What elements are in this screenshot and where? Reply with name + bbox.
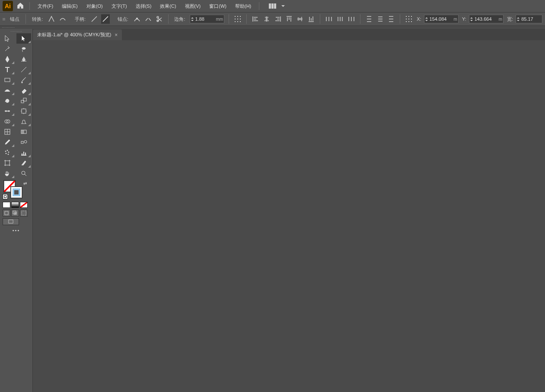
document-tab[interactable]: 未标题-1.ai* @ 400% (CMYK/预览) × <box>33 29 122 40</box>
default-fill-stroke-icon[interactable] <box>3 194 8 199</box>
mesh-tool[interactable] <box>0 127 15 137</box>
menu-select[interactable]: 选择(S) <box>133 1 154 11</box>
zoom-tool[interactable] <box>16 168 31 178</box>
gradient-mode-icon[interactable] <box>11 202 19 208</box>
align-left-icon[interactable] <box>251 14 260 24</box>
lasso-tool[interactable] <box>16 44 31 54</box>
w-input[interactable] <box>516 15 542 23</box>
draw-behind-icon[interactable] <box>11 210 19 217</box>
remove-anchor-icon[interactable] <box>133 14 141 24</box>
menu-window[interactable]: 窗口(W) <box>207 1 229 11</box>
connect-anchor-icon[interactable] <box>144 14 153 24</box>
align-right-icon[interactable] <box>274 14 282 24</box>
curvature-tool[interactable] <box>16 54 31 64</box>
column-graph-tool[interactable] <box>16 147 31 158</box>
distribute-v-center-icon[interactable] <box>376 14 385 24</box>
pen-tool[interactable] <box>0 54 15 64</box>
menu-view[interactable]: 视图(V) <box>182 1 204 11</box>
menu-text[interactable]: 文字(T) <box>109 1 130 11</box>
eyedropper-tool[interactable] <box>0 137 15 147</box>
magic-wand-tool[interactable] <box>0 44 15 54</box>
scale-tool[interactable] <box>16 96 31 106</box>
screen-mode-icon[interactable] <box>3 218 19 225</box>
menu-help[interactable]: 帮助(H) <box>233 1 254 11</box>
align-bottom-icon[interactable] <box>307 14 316 24</box>
spin-down-icon[interactable] <box>516 19 520 23</box>
x-input[interactable]: m <box>424 15 459 23</box>
eraser-tool[interactable] <box>16 85 31 96</box>
distribute-v-bottom-icon[interactable] <box>387 14 396 24</box>
spin-down-icon[interactable] <box>469 19 474 23</box>
shape-builder-tool[interactable] <box>0 116 15 127</box>
chevron-down-icon[interactable] <box>281 3 285 9</box>
reference-point-icon[interactable] <box>405 14 413 24</box>
direct-selection-tool[interactable] <box>16 33 31 44</box>
separator <box>360 14 360 24</box>
document-arrangement-icon[interactable] <box>269 3 276 9</box>
hand-tool[interactable] <box>0 168 15 178</box>
rectangle-tool[interactable] <box>0 75 15 85</box>
corner-radius-input[interactable]: mm <box>190 15 225 23</box>
hide-handles-icon[interactable] <box>101 14 110 24</box>
isolate-icon[interactable] <box>233 14 242 24</box>
x-unit: m <box>454 17 458 22</box>
distribute-v-top-icon[interactable] <box>365 14 373 24</box>
gradient-tool[interactable] <box>16 127 31 137</box>
distribute-h-right-icon[interactable] <box>347 14 356 24</box>
y-value-field[interactable] <box>474 16 499 22</box>
artboard-tool[interactable] <box>0 158 15 168</box>
x-value-field[interactable] <box>429 16 454 22</box>
menu-file[interactable]: 文件(F) <box>35 1 56 11</box>
none-mode-icon[interactable] <box>20 202 28 208</box>
shaper-tool[interactable] <box>0 85 15 96</box>
y-input[interactable]: m <box>469 15 504 23</box>
cut-anchor-icon[interactable] <box>155 14 164 24</box>
selection-tool[interactable] <box>0 33 15 44</box>
color-mode-icon[interactable] <box>3 202 10 208</box>
svg-rect-24 <box>9 220 13 223</box>
draw-inside-icon[interactable] <box>20 210 28 217</box>
tools-grip-icon[interactable] <box>0 29 32 33</box>
menu-effect[interactable]: 效果(C) <box>157 1 178 11</box>
convert-smooth-icon[interactable] <box>58 14 67 24</box>
line-tool[interactable] <box>16 64 31 75</box>
paintbrush-tool[interactable] <box>16 75 31 85</box>
spin-down-icon[interactable] <box>424 19 429 23</box>
tab-close-icon[interactable]: × <box>115 32 118 38</box>
draw-normal-icon[interactable] <box>3 210 10 217</box>
slice-tool[interactable] <box>16 158 31 168</box>
convert-corner-icon[interactable] <box>47 14 56 24</box>
perspective-grid-tool[interactable] <box>16 116 31 127</box>
type-tool[interactable] <box>0 64 15 75</box>
fill-stroke-swatches[interactable]: ⇄ <box>2 180 31 199</box>
spin-down-icon[interactable] <box>190 19 194 23</box>
align-vcenter-icon[interactable] <box>296 14 304 24</box>
spin-up-icon[interactable] <box>469 15 474 19</box>
swap-fill-stroke-icon[interactable]: ⇄ <box>23 181 27 186</box>
w-value-field[interactable] <box>520 16 542 22</box>
symbol-sprayer-tool[interactable] <box>0 147 15 158</box>
rotate-tool[interactable] <box>0 96 15 106</box>
menu-edit[interactable]: 编辑(E) <box>59 1 80 11</box>
distribute-h-center-icon[interactable] <box>336 14 344 24</box>
menu-object[interactable]: 对象(O) <box>84 1 105 11</box>
tab-title: 未标题-1.ai* @ 400% (CMYK/预览) <box>37 32 111 38</box>
corner-value-field[interactable] <box>194 16 216 22</box>
width-tool[interactable] <box>0 106 15 116</box>
align-top-icon[interactable] <box>285 14 293 24</box>
home-icon[interactable] <box>16 2 24 10</box>
x-label: X: <box>417 16 421 22</box>
edit-toolbar-icon[interactable]: ••• <box>0 226 32 235</box>
spin-up-icon[interactable] <box>516 15 520 19</box>
svg-point-12 <box>24 140 27 143</box>
distribute-h-left-icon[interactable] <box>325 14 333 24</box>
align-hcenter-icon[interactable] <box>262 14 271 24</box>
grip-icon[interactable] <box>3 15 6 23</box>
panel-collapse-strip[interactable] <box>0 26 545 29</box>
free-transform-tool[interactable] <box>16 106 31 116</box>
spin-up-icon[interactable] <box>424 15 429 19</box>
show-handles-icon[interactable] <box>90 14 99 24</box>
blend-tool[interactable] <box>16 137 31 147</box>
spin-up-icon[interactable] <box>190 15 194 19</box>
stroke-swatch[interactable] <box>10 186 22 198</box>
